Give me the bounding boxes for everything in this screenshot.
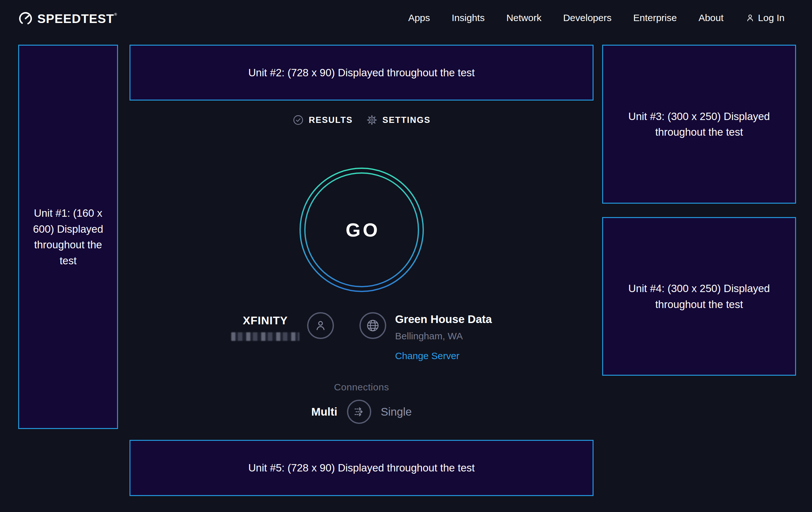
ad-unit-5[interactable]: Unit #5: (728 x 90) Displayed throughout… [129, 440, 593, 496]
single-mode-label[interactable]: Single [381, 405, 412, 418]
ad-unit-3[interactable]: Unit #3: (300 x 250) Displayed throughou… [602, 45, 796, 204]
speedtest-page: SPEEDTEST® Apps Insights Network Develop… [0, 0, 812, 512]
tab-results-label: RESULTS [309, 115, 353, 125]
tab-bar: RESULTS [129, 114, 593, 126]
gear-icon [366, 114, 378, 126]
ad-unit-2-label: Unit #2: (728 x 90) Displayed throughout… [249, 65, 475, 81]
nav-menu: Apps Insights Network Developers Enterpr… [408, 12, 785, 23]
nav-item-developers[interactable]: Developers [563, 12, 612, 23]
isp-name: XFINITY [243, 314, 288, 327]
connections-section: Connections Multi Single [129, 382, 593, 424]
nav-item-insights[interactable]: Insights [452, 12, 485, 23]
isp-block: XFINITY [231, 312, 334, 341]
connections-toggle-icon[interactable] [347, 400, 371, 424]
gauge-icon [18, 10, 33, 26]
redacted-ip [231, 332, 299, 341]
server-location: Bellingham, WA [395, 331, 463, 342]
login-link[interactable]: Log In [745, 12, 785, 23]
ad-unit-5-label: Unit #5: (728 x 90) Displayed throughout… [249, 460, 475, 476]
ad-unit-3-label: Unit #3: (300 x 250) Displayed throughou… [628, 109, 770, 140]
server-block: Green House Data Bellingham, WA Change S… [359, 312, 492, 361]
user-circle-icon [307, 312, 334, 339]
globe-circle-icon [359, 312, 386, 339]
check-circle-icon [292, 114, 304, 126]
brand-text: SPEEDTEST® [37, 12, 117, 25]
ad-unit-4[interactable]: Unit #4: (300 x 250) Displayed throughou… [602, 217, 796, 376]
go-button[interactable]: GO [299, 167, 425, 293]
login-label: Log In [758, 12, 785, 23]
speedtest-logo[interactable]: SPEEDTEST® [18, 10, 117, 26]
tab-settings-label: SETTINGS [382, 115, 431, 125]
connection-info: XFINITY Green Hous [129, 312, 593, 361]
nav-item-apps[interactable]: Apps [408, 12, 430, 23]
tab-results[interactable]: RESULTS [292, 114, 353, 126]
nav-item-enterprise[interactable]: Enterprise [633, 12, 677, 23]
tab-settings[interactable]: SETTINGS [366, 114, 431, 126]
navbar: SPEEDTEST® Apps Insights Network Develop… [0, 0, 812, 36]
ad-unit-1-label: Unit #1: (160 x 600) Displayed throughou… [26, 205, 110, 268]
connections-label: Connections [129, 382, 593, 393]
nav-item-about[interactable]: About [698, 12, 723, 23]
user-icon [745, 13, 755, 23]
change-server-link[interactable]: Change Server [395, 350, 460, 361]
ad-unit-4-label: Unit #4: (300 x 250) Displayed throughou… [628, 280, 770, 312]
ad-unit-1[interactable]: Unit #1: (160 x 600) Displayed throughou… [18, 45, 118, 429]
nav-item-network[interactable]: Network [506, 12, 542, 23]
go-label: GO [299, 167, 425, 293]
multi-mode-label[interactable]: Multi [311, 405, 338, 418]
server-name: Green House Data [395, 313, 492, 326]
trademark-mark: ® [114, 12, 117, 17]
ad-unit-2[interactable]: Unit #2: (728 x 90) Displayed throughout… [129, 45, 593, 101]
